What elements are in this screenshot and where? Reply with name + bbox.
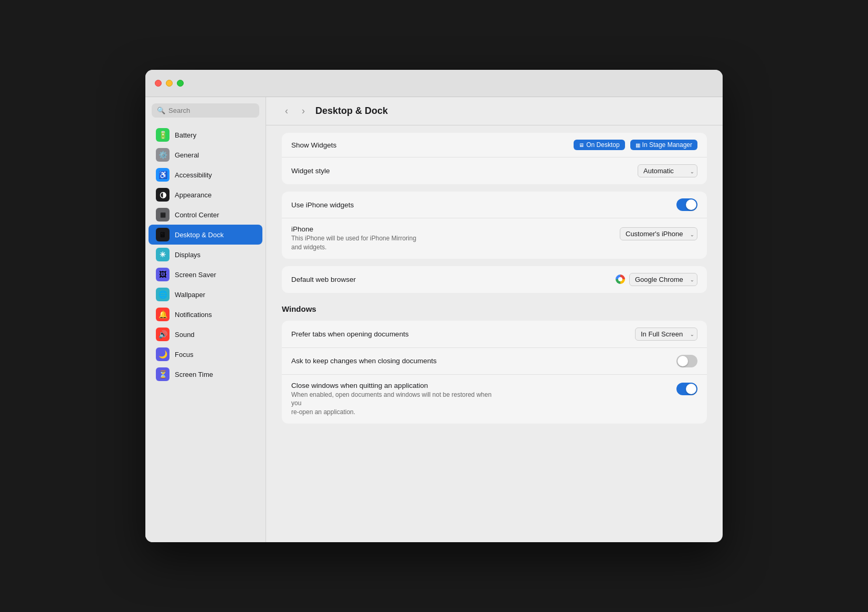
- ask-keep-changes-row: Ask to keep changes when closing documen…: [282, 348, 707, 375]
- show-widgets-card: Show Widgets 🖥 On Desktop ▦ In Stage Man…: [282, 133, 707, 184]
- on-desktop-badge[interactable]: 🖥 On Desktop: [574, 140, 624, 150]
- search-icon: 🔍: [157, 107, 165, 114]
- sidebar-label-appearance: Appearance: [175, 191, 211, 199]
- close-button[interactable]: [155, 80, 162, 87]
- on-desktop-badge-icon: 🖥: [579, 142, 584, 148]
- close-windows-label-group: Close windows when quitting an applicati…: [291, 382, 501, 417]
- main-scroll-area[interactable]: Show Widgets 🖥 On Desktop ▦ In Stage Man…: [266, 125, 723, 542]
- ask-keep-changes-knob: [678, 356, 688, 366]
- desktop-dock-icon: 🖥: [156, 228, 170, 241]
- sidebar-label-displays: Displays: [175, 251, 200, 259]
- close-windows-sublabel: When enabled, open documents and windows…: [291, 391, 501, 417]
- show-widgets-row: Show Widgets 🖥 On Desktop ▦ In Stage Man…: [282, 133, 707, 157]
- iphone-select-wrapper[interactable]: Customer's iPhone: [620, 227, 697, 240]
- sidebar-label-general: General: [175, 151, 199, 159]
- maximize-button[interactable]: [177, 80, 184, 87]
- search-box[interactable]: 🔍: [152, 103, 259, 118]
- default-web-browser-label: Default web browser: [291, 276, 356, 283]
- main-header: ‹ › Desktop & Dock: [266, 97, 723, 125]
- prefer-tabs-select[interactable]: In Full Screen Always Never: [635, 328, 697, 341]
- sidebar-item-notifications[interactable]: 🔔 Notifications: [149, 304, 262, 324]
- main-window: 🔍 🔋 Battery ⚙️ General ♿ Accessibility ◑…: [145, 70, 723, 542]
- windows-section-header: Windows: [282, 304, 707, 313]
- screen-time-icon: ⏳: [156, 367, 170, 381]
- page-title: Desktop & Dock: [315, 105, 388, 117]
- use-iphone-widgets-label: Use iPhone widgets: [291, 201, 354, 209]
- sidebar-item-general[interactable]: ⚙️ General: [149, 145, 262, 165]
- prefer-tabs-label: Prefer tabs when opening documents: [291, 330, 409, 338]
- sidebar-item-focus[interactable]: 🌙 Focus: [149, 344, 262, 364]
- iphone-widgets-card: Use iPhone widgets iPhone This iPhone wi…: [282, 192, 707, 259]
- sidebar-label-desktop-dock: Desktop & Dock: [175, 231, 224, 239]
- web-browser-select-wrapper[interactable]: Google Chrome Safari Firefox: [629, 273, 697, 286]
- sidebar: 🔍 🔋 Battery ⚙️ General ♿ Accessibility ◑…: [145, 97, 266, 542]
- sidebar-item-control-center[interactable]: ▦ Control Center: [149, 205, 262, 225]
- battery-icon: 🔋: [156, 128, 170, 142]
- focus-icon: 🌙: [156, 347, 170, 361]
- toggle-knob: [686, 199, 696, 210]
- iphone-label-group: iPhone This iPhone will be used for iPho…: [291, 225, 416, 252]
- ask-keep-changes-label: Ask to keep changes when closing documen…: [291, 357, 437, 365]
- ask-keep-changes-toggle[interactable]: [676, 355, 697, 367]
- widget-style-select[interactable]: Automatic Monochrome Full Color: [638, 164, 697, 177]
- control-center-icon: ▦: [156, 208, 170, 221]
- prefer-tabs-row: Prefer tabs when opening documents In Fu…: [282, 321, 707, 348]
- back-button[interactable]: ‹: [282, 104, 291, 118]
- web-browser-control: Google Chrome Safari Firefox: [616, 273, 697, 286]
- forward-button[interactable]: ›: [299, 104, 308, 118]
- sidebar-label-focus: Focus: [175, 351, 193, 358]
- widget-style-row: Widget style Automatic Monochrome Full C…: [282, 157, 707, 184]
- sidebar-item-displays[interactable]: ✳ Displays: [149, 245, 262, 265]
- close-windows-row: Close windows when quitting an applicati…: [282, 375, 707, 424]
- on-desktop-badge-label: On Desktop: [586, 141, 619, 149]
- sidebar-item-wallpaper[interactable]: 🌐 Wallpaper: [149, 284, 262, 304]
- sidebar-label-control-center: Control Center: [175, 211, 219, 219]
- widget-style-label: Widget style: [291, 167, 330, 175]
- sidebar-item-appearance[interactable]: ◑ Appearance: [149, 185, 262, 205]
- sidebar-item-battery[interactable]: 🔋 Battery: [149, 125, 262, 145]
- web-browser-select[interactable]: Google Chrome Safari Firefox: [629, 273, 697, 286]
- sidebar-item-screen-time[interactable]: ⏳ Screen Time: [149, 364, 262, 384]
- sidebar-label-screen-saver: Screen Saver: [175, 271, 216, 279]
- sidebar-item-desktop-dock[interactable]: 🖥 Desktop & Dock: [149, 225, 262, 245]
- traffic-lights: [155, 80, 184, 87]
- default-web-browser-row: Default web browser Google Chrome Safari…: [282, 266, 707, 293]
- stage-manager-badge-icon: ▦: [636, 142, 640, 148]
- stage-manager-badge-label: In Stage Manager: [642, 141, 692, 149]
- iphone-row: iPhone This iPhone will be used for iPho…: [282, 218, 707, 259]
- sidebar-item-accessibility[interactable]: ♿ Accessibility: [149, 165, 262, 185]
- use-iphone-widgets-row: Use iPhone widgets: [282, 192, 707, 218]
- sidebar-label-accessibility: Accessibility: [175, 171, 212, 179]
- wallpaper-icon: 🌐: [156, 288, 170, 301]
- sidebar-label-battery: Battery: [175, 131, 196, 139]
- chrome-icon: [616, 275, 625, 284]
- iphone-select[interactable]: Customer's iPhone: [620, 227, 697, 240]
- minimize-button[interactable]: [166, 80, 173, 87]
- notifications-icon: 🔔: [156, 308, 170, 321]
- show-widgets-label: Show Widgets: [291, 141, 336, 149]
- window-body: 🔍 🔋 Battery ⚙️ General ♿ Accessibility ◑…: [145, 97, 723, 542]
- close-windows-knob: [686, 384, 696, 394]
- stage-manager-badge[interactable]: ▦ In Stage Manager: [630, 140, 697, 150]
- displays-icon: ✳: [156, 248, 170, 261]
- close-windows-toggle[interactable]: [676, 383, 697, 395]
- accessibility-icon: ♿: [156, 168, 170, 182]
- title-bar: [145, 70, 723, 97]
- close-windows-label: Close windows when quitting an applicati…: [291, 382, 501, 389]
- sidebar-item-sound[interactable]: 🔊 Sound: [149, 324, 262, 344]
- sidebar-label-notifications: Notifications: [175, 311, 212, 319]
- iphone-sublabel: This iPhone will be used for iPhone Mirr…: [291, 234, 416, 252]
- appearance-icon: ◑: [156, 188, 170, 202]
- web-browser-card: Default web browser Google Chrome Safari…: [282, 266, 707, 293]
- widget-style-select-wrapper[interactable]: Automatic Monochrome Full Color: [638, 164, 697, 177]
- search-input[interactable]: [168, 107, 254, 114]
- prefer-tabs-select-wrapper[interactable]: In Full Screen Always Never: [635, 328, 697, 341]
- sidebar-label-wallpaper: Wallpaper: [175, 291, 205, 299]
- use-iphone-widgets-toggle[interactable]: [676, 198, 697, 211]
- iphone-label: iPhone: [291, 225, 416, 233]
- main-content: ‹ › Desktop & Dock Show Widgets 🖥 On Des…: [266, 97, 723, 542]
- sidebar-item-screen-saver[interactable]: 🖼 Screen Saver: [149, 265, 262, 284]
- sidebar-label-screen-time: Screen Time: [175, 371, 213, 378]
- windows-card: Prefer tabs when opening documents In Fu…: [282, 321, 707, 424]
- show-widgets-badges: 🖥 On Desktop ▦ In Stage Manager: [574, 140, 697, 150]
